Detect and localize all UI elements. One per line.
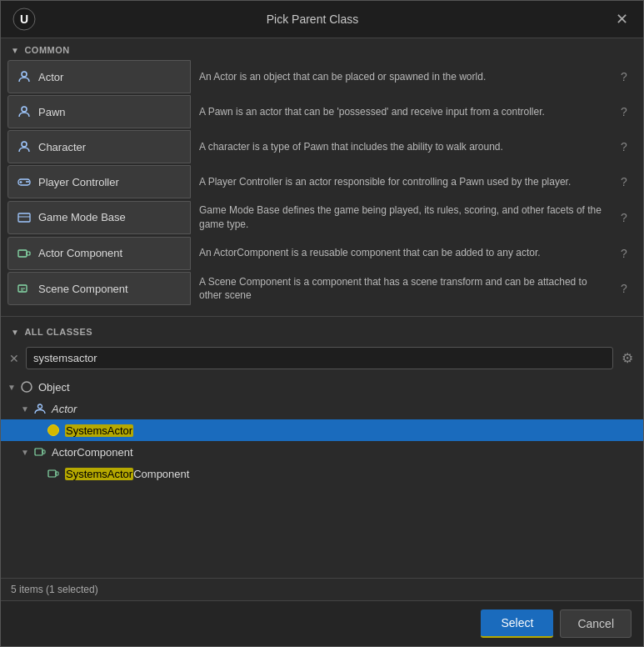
pawn-icon xyxy=(17,104,32,119)
common-section-header: ▼ COMMON xyxy=(1,38,643,60)
actor-component-description: An ActorComponent is a reusable componen… xyxy=(191,243,612,263)
character-label: Character xyxy=(38,141,86,153)
player-controller-label: Player Controller xyxy=(38,176,119,188)
titlebar: U Pick Parent Class ✕ xyxy=(1,1,643,38)
pawn-row: Pawn A Pawn is an actor that can be 'pos… xyxy=(7,95,637,128)
section-divider xyxy=(1,316,643,317)
scene-component-icon xyxy=(17,281,32,296)
cancel-button[interactable]: Cancel xyxy=(560,609,632,638)
select-button[interactable]: Select xyxy=(481,609,553,638)
svg-point-8 xyxy=(26,181,27,183)
tree-item-systems-actor[interactable]: SystemsActor xyxy=(1,419,643,441)
all-classes-section-header: ▼ ALL CLASSES xyxy=(1,320,643,342)
game-mode-base-icon xyxy=(17,210,32,225)
tree-item-systems-actor-component[interactable]: SystemsActorComponent xyxy=(1,463,643,484)
pawn-button[interactable]: Pawn xyxy=(7,95,191,128)
common-class-list: Actor An Actor is an object that can be … xyxy=(1,60,643,313)
actor-button[interactable]: Actor xyxy=(7,60,191,93)
tree-item-object[interactable]: ▼ Object xyxy=(1,376,643,398)
gear-icon[interactable]: ⚙ xyxy=(618,349,637,368)
all-classes-section-label: ALL CLASSES xyxy=(24,327,92,337)
game-mode-base-help-button[interactable]: ? xyxy=(612,201,637,234)
player-controller-description: A Player Controller is an actor responsi… xyxy=(191,172,612,193)
svg-point-2 xyxy=(22,72,27,77)
player-controller-button[interactable]: Player Controller xyxy=(7,165,191,198)
common-section: ▼ COMMON Actor An Actor is an object tha… xyxy=(1,38,643,313)
scene-component-button[interactable]: Scene Component xyxy=(7,272,191,305)
svg-point-17 xyxy=(22,382,32,392)
character-description: A character is a type of Pawn that inclu… xyxy=(191,137,612,158)
systems-actor-label: SystemsActor xyxy=(65,424,133,437)
search-row: ✕ ⚙ xyxy=(1,342,643,374)
svg-point-9 xyxy=(27,181,29,183)
actor-description: An Actor is an object that can be placed… xyxy=(191,67,612,88)
systems-actor-component-label: SystemsActorComponent xyxy=(65,468,189,480)
character-help-button[interactable]: ? xyxy=(612,130,637,163)
character-icon xyxy=(17,139,32,154)
actor-component-button[interactable]: Actor Component xyxy=(7,237,191,270)
status-text: 5 items (1 selected) xyxy=(11,584,98,595)
actor-tree-label: Actor xyxy=(52,403,77,415)
game-mode-base-button[interactable]: Game Mode Base xyxy=(7,201,191,234)
player-controller-icon xyxy=(17,174,32,189)
scene-component-description: A Scene Component is a component that ha… xyxy=(191,272,612,307)
object-label: Object xyxy=(38,381,70,394)
object-icon xyxy=(19,379,34,394)
actor-component-tree-label: ActorComponent xyxy=(52,446,133,459)
svg-rect-22 xyxy=(56,472,58,475)
actor-component-label: Actor Component xyxy=(38,247,122,259)
pawn-description: A Pawn is an actor that can be 'possesse… xyxy=(191,102,612,123)
game-mode-base-description: Game Mode Base defines the game being pl… xyxy=(191,200,612,235)
tree-item-actor[interactable]: ▼ Actor xyxy=(1,398,643,419)
search-input[interactable] xyxy=(26,347,613,369)
pawn-help-button[interactable]: ? xyxy=(612,95,637,128)
character-row: Character A character is a type of Pawn … xyxy=(7,130,637,163)
actor-component-row: Actor Component An ActorComponent is a r… xyxy=(7,237,637,270)
actor-component-help-button[interactable]: ? xyxy=(612,237,637,270)
titlebar-left: U xyxy=(12,8,36,31)
all-classes-chevron-icon: ▼ xyxy=(11,328,19,337)
actor-row: Actor An Actor is an object that can be … xyxy=(7,60,637,93)
actor-label: Actor xyxy=(38,71,63,83)
svg-text:U: U xyxy=(20,13,28,26)
game-mode-base-row: Game Mode Base Game Mode Base defines th… xyxy=(7,200,637,235)
game-mode-base-label: Game Mode Base xyxy=(38,211,126,223)
systems-actor-icon xyxy=(46,423,61,438)
actor-tree-icon xyxy=(32,401,47,416)
svg-rect-20 xyxy=(42,450,45,454)
actor-component-tree-chevron-icon: ▼ xyxy=(21,448,32,457)
svg-rect-12 xyxy=(18,250,27,257)
close-button[interactable]: ✕ xyxy=(612,10,632,28)
svg-point-3 xyxy=(22,107,27,112)
common-section-label: COMMON xyxy=(24,45,69,55)
actor-icon xyxy=(17,69,32,84)
dialog-footer: Select Cancel xyxy=(1,600,643,646)
status-bar: 5 items (1 selected) xyxy=(1,578,643,600)
all-classes-section: ▼ ALL CLASSES ✕ ⚙ ▼ Object xyxy=(1,320,643,600)
svg-rect-19 xyxy=(35,449,42,455)
search-clear-button[interactable]: ✕ xyxy=(7,350,21,367)
scene-component-label: Scene Component xyxy=(38,283,128,295)
actor-help-button[interactable]: ? xyxy=(612,60,637,93)
class-tree: ▼ Object ▼ Actor xyxy=(1,374,643,578)
actor-tree-chevron-icon: ▼ xyxy=(21,404,32,414)
systems-actor-component-icon xyxy=(46,466,61,481)
common-chevron-icon: ▼ xyxy=(11,46,19,55)
actor-component-icon xyxy=(17,246,32,261)
tree-item-actor-component[interactable]: ▼ ActorComponent xyxy=(1,441,643,463)
object-chevron-icon: ▼ xyxy=(7,383,19,392)
svg-rect-13 xyxy=(27,252,30,255)
svg-rect-21 xyxy=(48,470,56,477)
dialog-title: Pick Parent Class xyxy=(36,13,589,26)
ue-logo-icon: U xyxy=(12,8,36,31)
player-controller-row: Player Controller A Player Controller is… xyxy=(7,165,637,198)
player-controller-help-button[interactable]: ? xyxy=(612,165,637,198)
scene-component-row: Scene Component A Scene Component is a c… xyxy=(7,272,637,307)
dialog-content: ▼ COMMON Actor An Actor is an object tha… xyxy=(1,38,643,600)
character-button[interactable]: Character xyxy=(7,130,191,163)
actor-component-tree-icon xyxy=(32,444,47,459)
svg-rect-10 xyxy=(18,213,30,222)
svg-point-18 xyxy=(38,404,42,409)
scene-component-help-button[interactable]: ? xyxy=(612,272,637,305)
svg-point-4 xyxy=(22,142,27,147)
